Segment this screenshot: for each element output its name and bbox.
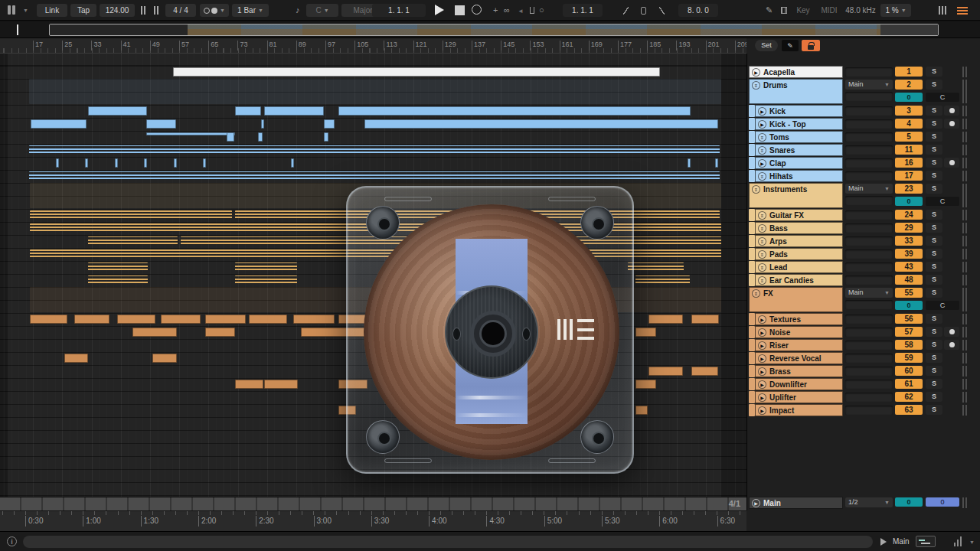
solo-button[interactable]: S — [926, 275, 942, 285]
clip[interactable] — [146, 132, 235, 135]
track-name[interactable]: ▶Impact — [755, 404, 843, 416]
track-number[interactable]: 23 — [895, 184, 923, 194]
io-field[interactable] — [845, 393, 893, 402]
track-name[interactable]: ▶Textures — [755, 313, 843, 325]
clip[interactable] — [30, 210, 232, 220]
clip[interactable] — [132, 328, 177, 337]
io-field[interactable] — [845, 158, 893, 168]
solo-button[interactable]: S — [926, 366, 942, 376]
main-track-row[interactable]: ▶ Main 1/2▼ 0 0 — [747, 497, 980, 509]
solo-button[interactable]: S — [926, 106, 942, 116]
track-row-impact[interactable]: ▶Impact63S — [747, 404, 980, 416]
io-field[interactable] — [845, 106, 893, 116]
track-row-instruments[interactable]: ≡InstrumentsMain▼0C23S — [747, 183, 980, 208]
track-name[interactable]: ▶Acapella — [749, 66, 843, 78]
track-row-fx[interactable]: ≡FXMain▼0C55S — [747, 287, 980, 312]
clip[interactable] — [291, 158, 294, 168]
track-row-pads[interactable]: ≡Pads39S — [747, 248, 980, 260]
track-name[interactable]: ▶Reverse Vocal — [755, 352, 843, 364]
track-number[interactable]: 3 — [895, 106, 923, 116]
solo-button[interactable]: S — [926, 314, 942, 324]
play-button[interactable] — [435, 5, 449, 16]
track-row-toms[interactable]: ≡Toms5S — [747, 131, 980, 143]
clip[interactable] — [293, 315, 335, 324]
track-number[interactable]: 16 — [895, 158, 923, 168]
clip[interactable] — [364, 119, 718, 129]
pan-value[interactable]: C — [926, 197, 959, 206]
record-button[interactable] — [472, 5, 482, 15]
arm-button[interactable] — [944, 106, 959, 116]
output-routing-menu[interactable]: Main▼ — [845, 80, 893, 90]
clip[interactable] — [261, 119, 264, 129]
track-number[interactable]: 58 — [895, 340, 923, 350]
track-number[interactable]: 63 — [895, 405, 923, 415]
arrangement-area[interactable]: Drop Files and Devices Here — [0, 54, 746, 497]
track-number[interactable]: 43 — [895, 262, 923, 272]
clip[interactable] — [88, 276, 148, 285]
solo-button[interactable]: S — [926, 132, 942, 142]
solo-button[interactable]: S — [926, 80, 942, 90]
track-name[interactable]: ▶Kick - Top — [755, 118, 843, 130]
track-name[interactable]: ▶Clap — [755, 157, 843, 169]
cpu-meter[interactable]: 1 %▼ — [880, 4, 911, 17]
grid-interval-menu[interactable]: 1/2▼ — [845, 497, 893, 507]
track-number[interactable]: 2 — [895, 80, 923, 90]
io-field[interactable] — [845, 132, 893, 142]
fade-out-icon[interactable] — [656, 4, 668, 17]
track-name[interactable]: ≡Instruments — [749, 183, 843, 208]
clip[interactable] — [115, 158, 118, 168]
io-field[interactable] — [845, 145, 893, 155]
track-row-textures[interactable]: ▶Textures56S — [747, 313, 980, 325]
punch-in-icon[interactable]: ◄ — [518, 7, 524, 15]
io-field[interactable] — [845, 210, 893, 220]
beat-time-ruler[interactable]: 1725334149576573818997105113121129137145… — [0, 38, 746, 54]
track-number[interactable]: 29 — [895, 223, 923, 233]
tempo-follower-icon[interactable]: ∞ — [504, 6, 510, 15]
new-marker-icon[interactable]: + — [493, 6, 498, 15]
track-number[interactable]: 62 — [895, 392, 923, 402]
clip[interactable] — [31, 119, 87, 129]
meter-caret-icon[interactable]: ▼ — [969, 540, 975, 545]
io-field[interactable] — [845, 223, 893, 233]
track-row-riser[interactable]: ▶Riser58S — [747, 339, 980, 351]
solo-button[interactable]: S — [926, 392, 942, 402]
tap-tempo-button[interactable]: Tap — [70, 4, 96, 17]
track-row-drums[interactable]: ≡DrumsMain▼0C2S — [747, 79, 980, 104]
time-signature-field[interactable]: 4 / 4 — [165, 4, 196, 17]
volume-value[interactable]: 0 — [895, 197, 923, 206]
solo-button[interactable]: S — [926, 223, 942, 233]
clip[interactable] — [691, 315, 719, 324]
clip[interactable] — [117, 315, 155, 324]
lock-envelopes-button[interactable] — [802, 40, 820, 51]
solo-button[interactable]: S — [926, 184, 942, 194]
track-row-clap[interactable]: ▶Clap16S — [747, 157, 980, 169]
clip[interactable] — [235, 262, 297, 272]
track-number[interactable]: 11 — [895, 145, 923, 155]
solo-button[interactable]: S — [926, 379, 942, 389]
main-volume-value[interactable]: 0 — [895, 497, 923, 507]
io-field[interactable] — [845, 249, 893, 259]
track-row-hihats[interactable]: ≡Hihats17S — [747, 170, 980, 182]
clip[interactable] — [648, 315, 683, 324]
clip[interactable] — [88, 106, 147, 116]
nudge-up-icon[interactable] — [151, 4, 162, 17]
fade-in-icon[interactable] — [620, 4, 632, 17]
clip[interactable] — [264, 106, 324, 116]
clip[interactable] — [85, 158, 88, 168]
solo-button[interactable]: S — [926, 119, 942, 129]
io-field[interactable] — [845, 300, 893, 309]
clip[interactable] — [635, 380, 656, 389]
nudge-down-icon[interactable] — [138, 4, 149, 17]
output-meter-icon[interactable] — [954, 536, 962, 546]
track-name[interactable]: ▶Noise — [755, 326, 843, 338]
clip[interactable] — [235, 106, 261, 116]
clip-play-icon[interactable] — [880, 538, 887, 546]
track-number[interactable]: 48 — [895, 275, 923, 285]
metronome-toggle[interactable]: ▼ — [200, 4, 229, 17]
track-row-brass[interactable]: ▶Brass60S — [747, 365, 980, 377]
clip[interactable] — [205, 315, 246, 324]
clip[interactable] — [173, 67, 660, 77]
clip[interactable] — [691, 367, 718, 376]
solo-button[interactable]: S — [926, 327, 942, 337]
track-name[interactable]: ≡Guitar FX — [755, 209, 843, 221]
